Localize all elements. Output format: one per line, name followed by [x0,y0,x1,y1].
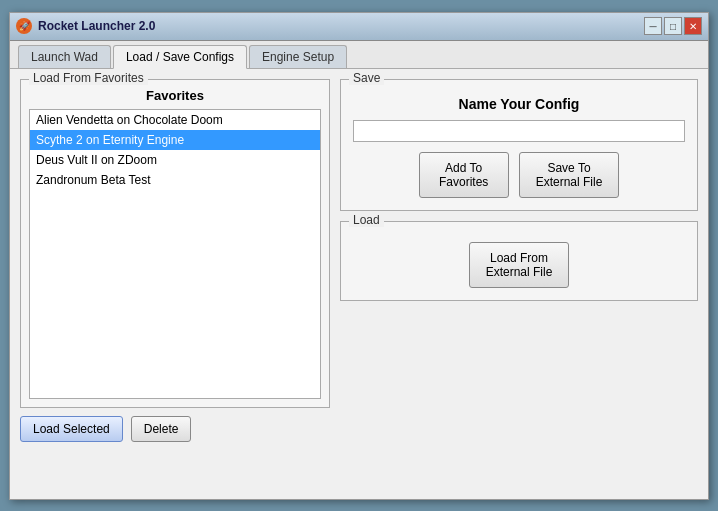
delete-button[interactable]: Delete [131,416,192,442]
save-buttons: Add ToFavorites Save ToExternal File [353,152,685,198]
favorites-title: Favorites [29,88,321,103]
config-name-input[interactable] [353,120,685,142]
main-content: Load From Favorites Favorites Alien Vend… [10,69,708,499]
title-bar: 🚀 Rocket Launcher 2.0 ─ □ ✕ [10,13,708,41]
tab-launch-wad[interactable]: Launch Wad [18,45,111,68]
maximize-button[interactable]: □ [664,17,682,35]
load-selected-button[interactable]: Load Selected [20,416,123,442]
window-title: Rocket Launcher 2.0 [38,19,155,33]
load-group-label: Load [349,213,384,227]
load-from-external-file-button[interactable]: Load FromExternal File [469,242,570,288]
close-button[interactable]: ✕ [684,17,702,35]
left-buttons: Load Selected Delete [20,416,330,442]
tab-engine-setup[interactable]: Engine Setup [249,45,347,68]
add-to-favorites-button[interactable]: Add ToFavorites [419,152,509,198]
load-group: Load Load FromExternal File [340,221,698,301]
list-item[interactable]: Scythe 2 on Eternity Engine [30,130,320,150]
save-group: Save Name Your Config Add ToFavorites Sa… [340,79,698,211]
title-bar-controls: ─ □ ✕ [644,17,702,35]
tab-bar: Launch Wad Load / Save Configs Engine Se… [10,41,708,69]
list-item[interactable]: Deus Vult II on ZDoom [30,150,320,170]
list-item[interactable]: Alien Vendetta on Chocolate Doom [30,110,320,130]
minimize-button[interactable]: ─ [644,17,662,35]
save-group-label: Save [349,71,384,85]
save-to-external-file-button[interactable]: Save ToExternal File [519,152,620,198]
favorites-group: Load From Favorites Favorites Alien Vend… [20,79,330,408]
right-panel: Save Name Your Config Add ToFavorites Sa… [340,79,698,489]
favorites-list[interactable]: Alien Vendetta on Chocolate Doom Scythe … [29,109,321,399]
load-buttons: Load FromExternal File [353,242,685,288]
favorites-group-label: Load From Favorites [29,71,148,85]
main-window: 🚀 Rocket Launcher 2.0 ─ □ ✕ Launch Wad L… [9,12,709,500]
left-panel: Load From Favorites Favorites Alien Vend… [20,79,330,489]
save-title: Name Your Config [353,96,685,112]
list-item[interactable]: Zandronum Beta Test [30,170,320,190]
tab-load-save-configs[interactable]: Load / Save Configs [113,45,247,69]
app-icon: 🚀 [16,18,32,34]
title-bar-left: 🚀 Rocket Launcher 2.0 [16,18,155,34]
